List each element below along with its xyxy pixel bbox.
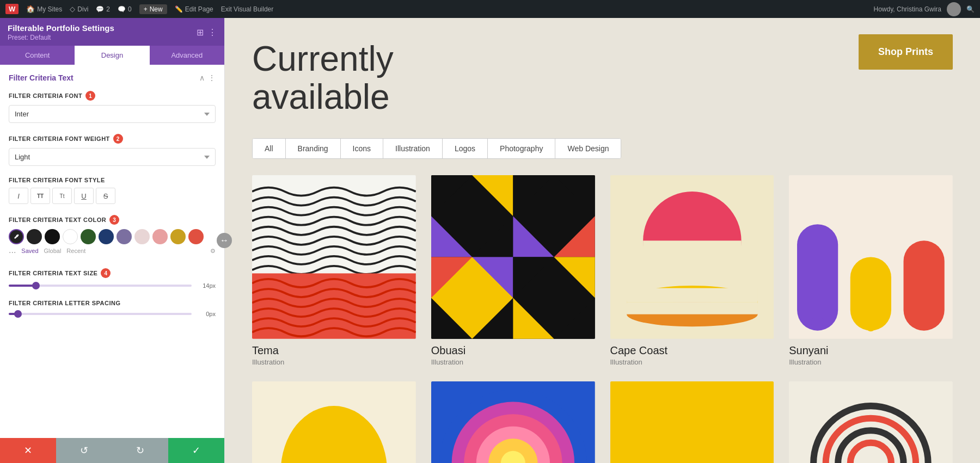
filter-branding[interactable]: Branding xyxy=(286,139,341,158)
portfolio-thumb-row2-4 xyxy=(789,381,953,463)
color-near-black[interactable] xyxy=(45,229,60,244)
recent-tab[interactable]: Recent xyxy=(66,248,85,257)
color-gold[interactable] xyxy=(170,229,186,244)
color-red[interactable] xyxy=(188,229,204,244)
left-panel: Filterable Portfolio Settings Preset: De… xyxy=(0,18,225,463)
my-sites-link[interactable]: 🏠 My Sites xyxy=(26,5,62,13)
portfolio-item-tema[interactable]: Tema Illustration xyxy=(252,175,416,366)
saved-tab[interactable]: Saved xyxy=(21,248,38,257)
portfolio-item-row2-2[interactable]: ··· xyxy=(431,381,595,463)
portfolio-thumb-capecoast xyxy=(610,175,774,339)
comment-badge[interactable]: 🗨️ 0 xyxy=(118,5,132,13)
portfolio-thumb-row2-2 xyxy=(431,381,595,463)
portfolio-item-row2-4[interactable] xyxy=(789,381,953,463)
search-icon[interactable]: 🔍 xyxy=(966,5,975,13)
filter-logos[interactable]: Logos xyxy=(443,139,488,158)
section-more-icon[interactable]: ⋮ xyxy=(208,73,216,82)
shop-prints-button[interactable]: Shop Prints xyxy=(859,34,953,70)
svg-point-35 xyxy=(866,322,876,331)
delete-button[interactable]: ✕ xyxy=(0,438,56,463)
resize-handle[interactable]: ↔ xyxy=(217,233,232,248)
portfolio-grid: Tema Illustration xyxy=(252,175,953,463)
panel-title-block: Filterable Portfolio Settings Preset: De… xyxy=(8,23,114,41)
panel-tabs: Content Design Advanced xyxy=(0,46,224,65)
filter-webdesign[interactable]: Web Design xyxy=(555,139,621,158)
filter-illustration[interactable]: Illustration xyxy=(383,139,443,158)
portfolio-item-row2-3[interactable] xyxy=(610,381,774,463)
portfolio-item-obuasi[interactable]: Obuasi Illustration xyxy=(431,175,595,366)
tab-content[interactable]: Content xyxy=(0,46,75,65)
filter-tabs: All Branding Icons Illustration Logos Ph… xyxy=(252,138,621,159)
filter-photography[interactable]: Photography xyxy=(488,139,555,158)
font-style-buttons: I TT Tt U S xyxy=(9,188,216,204)
global-tab[interactable]: Global xyxy=(44,248,62,257)
panel-preset: Preset: Default xyxy=(8,34,114,41)
allcaps-btn[interactable]: TT xyxy=(30,188,50,204)
edit-page-link[interactable]: ✏️ Edit Page xyxy=(175,5,213,13)
color-dark-green[interactable] xyxy=(81,229,96,244)
svg-rect-32 xyxy=(850,257,891,330)
redo-button[interactable]: ↻ xyxy=(112,438,168,463)
panel-more-icon[interactable]: ⋮ xyxy=(208,27,217,38)
text-size-field-group: Filter Criteria Text Size 4 14px xyxy=(9,268,216,289)
portfolio-name-tema: Tema xyxy=(252,344,416,357)
svg-point-34 xyxy=(811,316,824,329)
size-slider-thumb[interactable] xyxy=(32,282,40,289)
portfolio-thumb-row2-1 xyxy=(252,381,416,463)
user-avatar[interactable] xyxy=(947,2,961,16)
eyedropper-btn[interactable] xyxy=(9,229,24,244)
color-white[interactable] xyxy=(63,229,78,244)
font-style-label: Filter Criteria Font Style xyxy=(9,177,216,183)
portfolio-category-sunyani: Illustration xyxy=(789,358,953,366)
section-title: Filter Criteria Text xyxy=(9,73,74,82)
color-purple[interactable] xyxy=(117,229,132,244)
portfolio-thumb-row2-3 xyxy=(610,381,774,463)
color-field-group: Filter Criteria Text Color 3 xyxy=(9,215,216,257)
filter-all[interactable]: All xyxy=(253,139,286,158)
size-slider-track[interactable] xyxy=(9,285,192,287)
color-settings-icon[interactable]: ⚙ xyxy=(210,248,216,257)
panel-bottom-buttons: ✕ ↺ ↻ ✓ xyxy=(0,438,224,463)
titlecase-btn[interactable]: Tt xyxy=(52,188,72,204)
portfolio-category-obuasi: Illustration xyxy=(431,358,595,366)
comments-link[interactable]: 💬 2 xyxy=(96,5,110,13)
portfolio-item-sunyani[interactable]: Sunyani Illustration xyxy=(789,175,953,366)
strikethrough-btn[interactable]: S xyxy=(96,188,115,204)
spacing-value: 0px xyxy=(197,311,216,317)
wp-icon[interactable]: W xyxy=(5,4,19,14)
font-weight-field-group: Filter Criteria Font Weight 2 Light Regu… xyxy=(9,134,216,166)
color-black[interactable] xyxy=(27,229,42,244)
color-pink[interactable] xyxy=(152,229,168,244)
underline-btn[interactable]: U xyxy=(74,188,94,204)
portfolio-item-capecoast[interactable]: Cape Coast Illustration xyxy=(610,175,774,366)
spacing-slider-track[interactable] xyxy=(9,313,192,315)
panel-grid-icon[interactable]: ⊞ xyxy=(197,27,204,38)
spacing-slider-thumb[interactable] xyxy=(14,310,22,318)
collapse-icon[interactable]: ∧ xyxy=(199,73,205,82)
more-dots[interactable]: ··· xyxy=(9,248,16,257)
font-field-group: Filter Criteria Font 1 Inter xyxy=(9,91,216,123)
divi-link[interactable]: ◇ Divi xyxy=(70,5,88,13)
size-label: Filter Criteria Text Size 4 xyxy=(9,268,216,278)
tab-advanced[interactable]: Advanced xyxy=(150,46,224,65)
save-button[interactable]: ✓ xyxy=(168,438,224,463)
size-value: 14px xyxy=(197,282,216,289)
svg-rect-45 xyxy=(610,381,774,463)
filter-icons[interactable]: Icons xyxy=(341,139,383,158)
exit-visual-builder-link[interactable]: Exit Visual Builder xyxy=(221,5,274,13)
svg-rect-31 xyxy=(797,224,838,330)
admin-bar-right: Howdy, Christina Gwira 🔍 xyxy=(874,2,975,16)
font-select[interactable]: Inter xyxy=(9,105,216,123)
color-tabs-row: ··· Saved Global Recent ⚙ xyxy=(9,248,216,257)
color-light-pink[interactable] xyxy=(134,229,150,244)
italic-btn[interactable]: I xyxy=(9,188,28,204)
portfolio-item-row2-1[interactable] xyxy=(252,381,416,463)
font-label: Filter Criteria Font 1 xyxy=(9,91,216,101)
howdy-text: Howdy, Christina Gwira xyxy=(874,5,941,13)
panel-content: Filter Criteria Text ∧ ⋮ Filter Criteria… xyxy=(0,65,224,438)
new-menu[interactable]: + New xyxy=(139,4,167,14)
tab-design[interactable]: Design xyxy=(75,46,149,65)
font-weight-select[interactable]: Light Regular Bold xyxy=(9,148,216,166)
undo-button[interactable]: ↺ xyxy=(56,438,112,463)
color-dark-blue[interactable] xyxy=(99,229,114,244)
